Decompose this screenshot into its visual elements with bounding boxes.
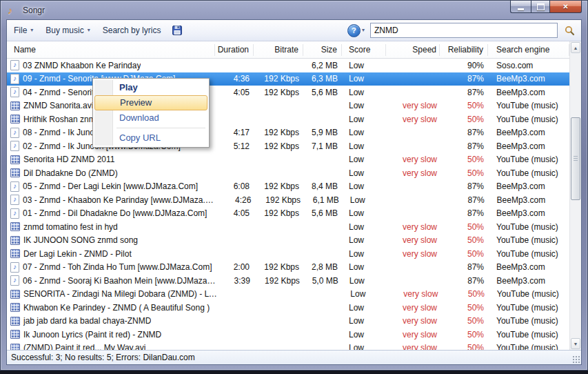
desktop: ♪ Songr ✕ File ▾ Buy music ▾ [0,0,588,374]
cell-reliability: 50% [440,303,488,313]
video-file-icon [10,303,20,312]
video-file-icon [10,101,20,110]
table-row[interactable]: ♪07 - Znmd - Toh Zinda Ho Tum [www.DJMaz… [7,261,569,275]
table-row[interactable]: Hrithik Roshan znmdLowvery slow50%YouTub… [7,112,569,126]
save-icon [172,25,183,36]
table-row[interactable]: IK JUNOON SONG znmd songLowvery slow50%Y… [7,234,569,248]
cell-reliability: 87% [440,262,488,272]
menu-buy-music[interactable]: Buy music ▾ [40,23,95,38]
video-file-icon [10,155,20,164]
cell-score: Low [343,276,387,286]
cell-speed: very slow [386,222,440,232]
cell-duration: 4:05 [215,88,254,97]
menu-file[interactable]: File ▾ [8,23,39,38]
cell-name: znmd tomatino fest in hyd [7,222,215,232]
cell-size: 6,3 MB [303,74,342,83]
column-header-score[interactable]: Score [342,44,386,56]
table-row[interactable]: jab jab dard ka badal chaya-ZNMDLowvery … [7,315,569,328]
cell-name: ♪06 - Znmd - Sooraj Ki Baahon Mein [www.… [7,275,216,286]
maximize-button[interactable] [531,1,550,13]
table-row[interactable]: (ZNMD) Paint it red... My Way.aviLowvery… [7,342,569,351]
context-menu-item-preview[interactable]: Preview [94,95,207,110]
table-row[interactable]: Khwabon Ke Parindey - ZNMD ( A Beautiful… [7,301,569,315]
table-row[interactable]: Ik Junoon Lyrics (Paint it red) - ZNMDLo… [7,328,569,342]
scroll-down-button[interactable]: ▼ [571,338,580,349]
table-row[interactable]: ♪03 - Znmd - Khaabon Ke Parinday [www.DJ… [7,193,569,207]
table-row[interactable]: znmd tomatino fest in hydLowvery slow50%… [7,220,569,234]
column-header-name[interactable]: Name [7,44,215,56]
close-button[interactable]: ✕ [550,1,582,13]
cell-size: 7,1 MB [303,141,342,151]
table-row[interactable]: ♪04 - Znmd - Senorita [www.DJMaza.Com]4:… [7,86,569,99]
cell-search-engine: YouTube (music) [488,316,569,326]
table-row[interactable]: Dil Dhadakne Do (ZNMD)Lowvery slow50%You… [7,166,569,180]
cell-score: Low [342,235,386,245]
column-header-speed[interactable]: Speed [386,44,440,56]
cell-bitrate: 192 Kbps [254,276,304,286]
cell-score: Low [342,141,386,151]
cell-reliability: 50% [440,222,488,232]
table-row[interactable]: ♪05 - Znmd - Der Lagi Lekin [www.DJMaza.… [7,180,569,194]
cell-size: 6,2 MB [303,61,342,70]
app-icon: ♪ [8,5,19,16]
window-controls: ✕ [510,1,582,13]
menu-file-label: File [14,26,27,35]
column-header-duration[interactable]: Duration [215,44,254,56]
table-row[interactable]: ♪03 ZNMD Khaabon Ke Parinday6,2 MBLow90%… [7,59,569,72]
cell-name: Dil Dhadakne Do (ZNMD) [7,168,215,178]
cell-score: Low [342,303,386,313]
music-file-icon: ♪ [10,181,19,192]
cell-bitrate: 192 Kbps [254,128,303,137]
resize-grip-icon[interactable] [572,355,580,364]
cell-reliability: 50% [440,155,488,164]
context-menu-item-play[interactable]: Play [94,80,207,95]
vertical-scrollbar[interactable]: ▲ ▼ [569,41,581,350]
cell-speed: very slow [386,101,440,110]
menubar: File ▾ Buy music ▾ Search by lyrics [8,23,185,38]
table-row[interactable]: Senorita HD ZNMD 2011Lowvery slow50%YouT… [7,153,569,167]
search-button[interactable] [562,23,577,38]
table-row[interactable]: ♪09 - Znmd - Senorita [www.DJMaza.Com]4:… [7,72,569,86]
column-header-search-engine[interactable]: Search engine [488,44,569,56]
cell-score: Low [342,262,386,272]
save-button[interactable] [169,23,185,38]
cell-score: Low [342,155,386,164]
column-header-reliability[interactable]: Reliability [440,44,488,56]
table-row[interactable]: ZNMD Sanorita.aviLowvery slow50%YouTube … [7,99,569,113]
cell-duration: 4:05 [215,208,254,218]
cell-search-engine: Soso.com [488,61,569,70]
video-file-icon [10,236,20,245]
cell-reliability: 87% [440,141,488,151]
cell-speed: very slow [386,235,440,245]
context-menu-item-download[interactable]: Download [94,110,207,126]
cell-duration: 4:17 [215,128,254,137]
cell-score: Low [342,168,386,178]
table-row[interactable]: ♪08 - Znmd - Ik Junoon [www.DJMaza.Com]4… [7,126,569,140]
cell-size: 6,1 MB [305,195,343,205]
cell-search-engine: BeeMp3.com [489,195,569,205]
table-row[interactable]: Der Lagi Lekin - ZNMD - PilotLowvery slo… [7,247,569,261]
cell-score: Low [342,222,386,232]
context-menu-item-copy-url[interactable]: Copy URL [94,130,207,146]
cell-name: ♪03 - Znmd - Khaabon Ke Parinday [www.DJ… [7,195,217,205]
help-dropdown[interactable]: ? ▾ [347,24,365,37]
table-row[interactable]: ♪01 - Znmd - Dil Dhadakne Do [www.DJMaza… [7,207,569,221]
column-header-size[interactable]: Size [303,44,342,56]
scroll-up-button[interactable]: ▲ [571,42,580,53]
column-header-bitrate[interactable]: Bitrate [254,44,303,56]
cell-speed: very slow [386,303,440,313]
menu-search-by-lyrics[interactable]: Search by lyrics [97,23,167,38]
table-row[interactable]: ♪06 - Znmd - Sooraj Ki Baahon Mein [www.… [7,274,569,288]
table-row[interactable]: SENORITA - Zindagi Na Milegi Dobara (ZNM… [7,288,569,302]
titlebar[interactable]: ♪ Songr ✕ [1,1,587,19]
cell-score: Low [342,128,386,137]
search-input[interactable] [370,23,558,38]
scrollbar-thumb[interactable] [571,117,580,200]
menu-search-by-lyrics-label: Search by lyrics [103,26,161,35]
minimize-button[interactable] [510,1,531,13]
client-area: File ▾ Buy music ▾ Search by lyrics [6,19,582,365]
video-file-icon [10,330,20,339]
cell-score: Low [343,289,387,299]
table-row[interactable]: ♪02 - Znmd - Ik Junoon [www.DJMaza.Com]5… [7,139,569,153]
chevron-down-icon: ▾ [362,28,365,33]
